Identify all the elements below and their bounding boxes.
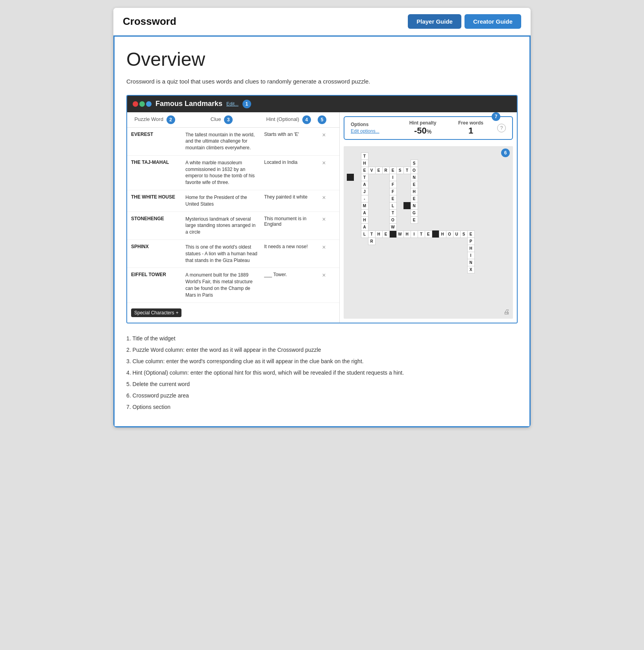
widget-title: Famous Landmarks: [155, 100, 222, 108]
clue-cell: Home for the President of the United Sta…: [182, 194, 261, 208]
overview-description: Crossword is a quiz tool that uses words…: [126, 77, 518, 86]
badge-6: 6: [501, 149, 510, 157]
note-item: 2. Puzzle Word column: enter the word as…: [126, 346, 518, 354]
th-del-header: 5: [316, 115, 332, 124]
main-container: Crossword Player Guide Creator Guide Ove…: [113, 8, 531, 427]
print-icon[interactable]: 🖨: [503, 308, 510, 316]
th-puzzle-word: Puzzle Word 2: [127, 115, 182, 124]
widget-container: Famous Landmarks Edit... 1 Puzzle Word 2: [126, 95, 518, 323]
hint-penalty-value: -50%: [399, 126, 447, 136]
notes-section: 1. Title of the widget 2. Puzzle Word co…: [126, 334, 518, 411]
options-label: Options: [351, 122, 399, 127]
note-item: 1. Title of the widget: [126, 334, 518, 343]
table-row: THE TAJ-MAHAL A white marble mausoleum c…: [127, 156, 339, 190]
free-words-value: 1: [447, 126, 495, 136]
overview-title: Overview: [126, 48, 518, 70]
top-bar: Crossword Player Guide Creator Guide: [113, 8, 531, 35]
word-cell: THE WHITE HOUSE: [127, 194, 182, 200]
hint-cell: ___ Tower.: [261, 272, 316, 277]
logo-circle-blue: [146, 101, 152, 107]
word-cell: THE TAJ-MAHAL: [127, 160, 182, 165]
word-cell: EVEREST: [127, 132, 182, 137]
note-item: 6. Crossword puzzle area: [126, 392, 518, 400]
creator-guide-button[interactable]: Creator Guide: [464, 14, 521, 29]
hint-penalty-col: Hint penalty -50%: [399, 120, 447, 136]
hint-cell: They painted it white: [261, 194, 316, 200]
left-panel: Puzzle Word 2 Clue 3 Hint (Optional) 4: [127, 112, 340, 323]
word-cell: STONEHENGE: [127, 216, 182, 221]
special-characters-button[interactable]: Special Characters +: [131, 308, 181, 317]
free-words-label: Free words: [447, 120, 495, 126]
badge-5: 5: [318, 115, 326, 124]
hint-cell: Located in India: [261, 160, 316, 165]
badge-4: 4: [302, 115, 311, 124]
crossword-grid: T HS EVERESTO: [347, 152, 489, 273]
th-clue: Clue 3: [182, 115, 261, 124]
clue-cell: This is one of the world's oldest statue…: [182, 244, 261, 264]
hint-penalty-label: Hint penalty: [399, 120, 447, 126]
widget-header: Famous Landmarks Edit... 1: [127, 96, 517, 112]
delete-button[interactable]: ×: [316, 132, 332, 139]
options-bar: Options Edit options... Hint penalty -50…: [344, 116, 513, 140]
badge-7: 7: [492, 112, 500, 121]
table-header: Puzzle Word 2 Clue 3 Hint (Optional) 4: [127, 112, 339, 128]
note-item: 4. Hint (Optional) column: enter the opt…: [126, 369, 518, 377]
app-title: Crossword: [123, 15, 176, 28]
table-row: SPHINX This is one of the world's oldest…: [127, 240, 339, 268]
hint-cell: It needs a new nose!: [261, 244, 316, 249]
help-button[interactable]: ?: [497, 124, 506, 132]
badge-6-container: 6: [501, 149, 510, 157]
delete-button[interactable]: ×: [316, 244, 332, 251]
badge-7-container: 7: [492, 112, 500, 121]
table-row: EVEREST The tallest mountain in the worl…: [127, 128, 339, 156]
table-row: STONEHENGE Mysterious landmark of severa…: [127, 212, 339, 240]
clue-cell: Mysterious landmark of several large sta…: [182, 216, 261, 236]
clue-cell: The tallest mountain in the world, and t…: [182, 132, 261, 151]
delete-button[interactable]: ×: [316, 272, 332, 279]
delete-button[interactable]: ×: [316, 194, 332, 201]
edit-options-button[interactable]: Edit options...: [351, 128, 379, 134]
th-hint: Hint (Optional) 4: [261, 115, 316, 124]
hint-penalty-unit: %: [427, 128, 431, 135]
badge-1: 1: [242, 100, 251, 108]
word-cell: EIFFEL TOWER: [127, 272, 182, 277]
table-row: EIFFEL TOWER A monument built for the 18…: [127, 268, 339, 303]
plus-icon: +: [176, 310, 178, 316]
top-buttons: Player Guide Creator Guide: [408, 14, 521, 29]
widget-logo: [133, 101, 152, 107]
right-panel: Options Edit options... Hint penalty -50…: [340, 112, 517, 323]
badge-3: 3: [224, 115, 233, 124]
clue-cell: A monument built for the 1889 World's Fa…: [182, 272, 261, 298]
note-item: 3. Clue column: enter the word's corresp…: [126, 357, 518, 366]
widget-edit-button[interactable]: Edit...: [226, 101, 239, 107]
crossword-area: 6 T: [344, 146, 513, 319]
options-col: Options Edit options...: [351, 122, 399, 134]
player-guide-button[interactable]: Player Guide: [408, 14, 461, 29]
special-chars-label: Special Characters: [134, 310, 174, 316]
logo-circle-red: [133, 101, 138, 107]
free-words-col: Free words 1: [447, 120, 495, 136]
delete-button[interactable]: ×: [316, 160, 332, 167]
clue-cell: A white marble mausoleum commissioned in…: [182, 160, 261, 186]
main-content: Overview Crossword is a quiz tool that u…: [113, 35, 531, 427]
logo-circle-green: [139, 101, 145, 107]
note-item: 5. Delete the current word: [126, 380, 518, 388]
note-item: 7. Options section: [126, 403, 518, 411]
table-row: THE WHITE HOUSE Home for the President o…: [127, 190, 339, 212]
delete-button[interactable]: ×: [316, 216, 332, 223]
badge-2: 2: [167, 115, 175, 124]
hint-cell: This monument is in England: [261, 216, 316, 227]
hint-cell: Starts with an 'E': [261, 132, 316, 137]
widget-body: Puzzle Word 2 Clue 3 Hint (Optional) 4: [127, 112, 517, 323]
word-cell: SPHINX: [127, 244, 182, 249]
